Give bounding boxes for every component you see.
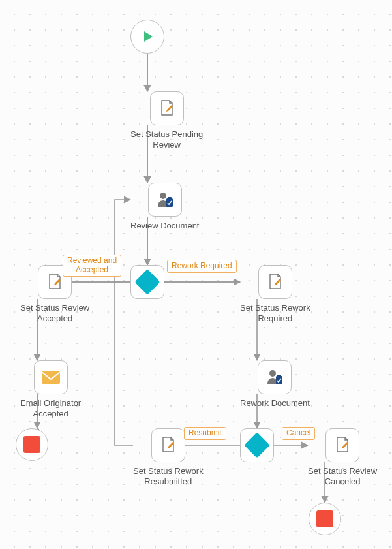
document-edit-icon [333, 435, 352, 455]
document-edit-icon [157, 99, 177, 118]
task-box [258, 265, 292, 299]
task-rework-document[interactable]: Rework Document [240, 360, 310, 409]
task-box [325, 428, 359, 462]
task-label: Rework Document [240, 398, 310, 409]
end-event-shape [16, 428, 48, 461]
task-label: Set Status Rework Required [240, 303, 310, 323]
svg-point-0 [160, 193, 166, 199]
document-edit-icon [45, 272, 65, 292]
user-task-icon [155, 189, 175, 210]
end-event-accepted[interactable] [16, 428, 48, 461]
play-icon [140, 29, 155, 44]
edge-label-rework-required: Rework Required [167, 260, 237, 273]
gateway-box [240, 428, 274, 462]
mail-icon [41, 370, 61, 384]
edge-label-resubmit: Resubmit [184, 427, 226, 440]
gateway-box [130, 265, 164, 299]
document-edit-icon [265, 272, 285, 292]
task-label: Review Document [130, 221, 200, 231]
task-label: Set Status Review Accepted [20, 303, 89, 323]
user-task-icon [264, 367, 285, 388]
task-box [258, 360, 292, 394]
task-box [34, 360, 68, 394]
task-box [151, 428, 185, 462]
stop-icon [23, 436, 40, 453]
task-label: Set Status Pending Review [130, 129, 203, 149]
task-label: Email Originator Accepted [20, 398, 81, 418]
task-box [150, 91, 184, 125]
task-set-status-rework-required[interactable]: Set Status Rework Required [240, 265, 310, 323]
document-edit-icon [158, 435, 178, 455]
task-set-status-pending-review[interactable]: Set Status Pending Review [130, 91, 203, 149]
edge-label-reviewed-accepted: Reviewed and Accepted [63, 255, 121, 277]
diamond-icon [134, 269, 160, 295]
stop-icon [316, 510, 333, 527]
start-event[interactable] [130, 20, 164, 54]
task-label: Set Status Review Canceled [308, 466, 377, 486]
svg-rect-6 [277, 375, 281, 377]
svg-rect-2 [168, 197, 172, 199]
task-email-originator-accepted[interactable]: Email Originator Accepted [20, 360, 81, 418]
task-box [148, 183, 182, 217]
svg-rect-3 [42, 371, 60, 384]
diamond-icon [244, 432, 270, 458]
edge-label-cancel: Cancel [282, 427, 315, 440]
task-review-document[interactable]: Review Document [130, 183, 200, 231]
gateway-review-decision[interactable] [130, 265, 164, 299]
end-event-shape [309, 503, 341, 535]
gateway-rework-decision[interactable] [240, 428, 274, 462]
task-set-status-review-canceled[interactable]: Set Status Review Canceled [308, 428, 377, 486]
svg-point-4 [269, 370, 276, 377]
end-event-canceled[interactable] [309, 503, 341, 535]
start-event-shape [130, 20, 164, 54]
task-label: Set Status Rework Resubmitted [133, 466, 204, 486]
